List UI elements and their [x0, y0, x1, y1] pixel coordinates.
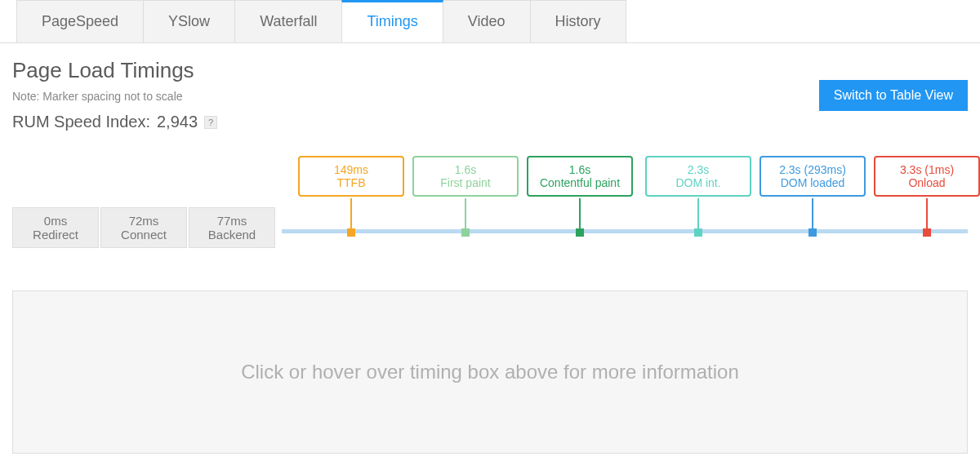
pre-timing-value: 0ms	[13, 214, 98, 228]
marker-square-icon	[694, 228, 702, 237]
timing-value: 1.6s	[414, 163, 517, 176]
marker-square-icon	[347, 228, 355, 237]
timing-value: 2.3s	[647, 163, 750, 176]
pre-timing-value: 77ms	[189, 214, 274, 228]
pre-timing-value: 72ms	[101, 214, 186, 228]
rum-value: 2,943	[157, 113, 198, 131]
timing-value: 3.3s (1ms)	[875, 163, 978, 176]
pre-timing-redirect[interactable]: 0msRedirect	[12, 207, 99, 248]
timing-label: TTFB	[300, 176, 403, 189]
timing-contentful-paint[interactable]: 1.6sContentful paint	[527, 156, 633, 197]
pre-timing-label: Redirect	[13, 228, 98, 242]
switch-table-view-button[interactable]: Switch to Table View	[819, 80, 968, 111]
timeline-bar	[282, 229, 968, 233]
timing-label: Contentful paint	[528, 176, 631, 189]
timing-label: Onload	[875, 176, 978, 189]
pre-timing-label: Connect	[101, 228, 186, 242]
timing-dom-loaded[interactable]: 2.3s (293ms)DOM loaded	[760, 156, 866, 197]
pre-timing-connect[interactable]: 72msConnect	[100, 207, 187, 248]
pre-timing-label: Backend	[189, 228, 274, 242]
tab-yslow[interactable]: YSlow	[143, 0, 235, 42]
marker-line	[812, 198, 813, 231]
content: Page Load Timings Note: Marker spacing n…	[0, 43, 980, 461]
pre-timing-boxes: 0msRedirect72msConnect77msBackend	[12, 207, 277, 248]
timing-onload[interactable]: 3.3s (1ms)Onload	[874, 156, 980, 197]
tabs: PageSpeedYSlowWaterfallTimingsVideoHisto…	[0, 0, 980, 43]
marker-square-icon	[576, 228, 584, 237]
timing-label: DOM int.	[647, 176, 750, 189]
timing-label: First paint	[414, 176, 517, 189]
timing-dom-int-[interactable]: 2.3sDOM int.	[645, 156, 751, 197]
timing-value: 1.6s	[528, 163, 631, 176]
marker-square-icon	[461, 228, 470, 237]
timeline: 0msRedirect72msConnect77msBackend 149msT…	[12, 156, 968, 270]
timing-value: 149ms	[300, 163, 403, 176]
timing-value: 2.3s (293ms)	[761, 163, 864, 176]
info-placeholder: Click or hover over timing box above for…	[12, 290, 968, 454]
tab-video[interactable]: Video	[443, 0, 531, 42]
tab-pagespeed[interactable]: PageSpeed	[16, 0, 144, 42]
rum-speed-index: RUM Speed Index: 2,943 ?	[12, 113, 217, 131]
rum-label: RUM Speed Index:	[12, 113, 150, 131]
marker-line	[926, 198, 928, 231]
marker-line	[697, 198, 699, 231]
marker-line	[350, 198, 352, 231]
marker-line	[465, 198, 466, 231]
timing-label: DOM loaded	[761, 176, 864, 189]
help-icon[interactable]: ?	[204, 116, 217, 129]
marker-square-icon	[808, 228, 817, 237]
marker-square-icon	[923, 228, 931, 237]
timing-ttfb[interactable]: 149msTTFB	[298, 156, 404, 197]
tab-history[interactable]: History	[530, 0, 626, 42]
marker-line	[579, 198, 581, 231]
tab-waterfall[interactable]: Waterfall	[234, 0, 342, 42]
timing-first-paint[interactable]: 1.6sFirst paint	[412, 156, 519, 197]
tab-timings[interactable]: Timings	[341, 0, 443, 42]
pre-timing-backend[interactable]: 77msBackend	[189, 207, 275, 248]
